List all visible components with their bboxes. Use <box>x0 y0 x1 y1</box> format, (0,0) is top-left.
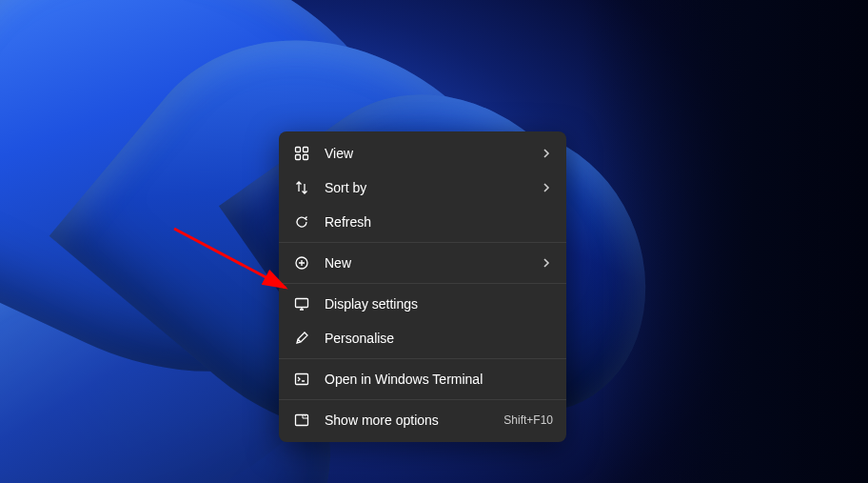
display-icon <box>292 294 311 313</box>
new-icon <box>292 253 311 272</box>
terminal-icon <box>292 370 311 389</box>
menu-item-label: Sort by <box>325 180 540 195</box>
menu-item-label: Open in Windows Terminal <box>325 372 553 387</box>
chevron-right-icon <box>540 147 553 160</box>
svg-rect-2 <box>296 155 301 160</box>
menu-item-show-more-options[interactable]: Show more options Shift+F10 <box>279 403 566 437</box>
desktop-context-menu: View Sort by Refresh New Disp <box>279 131 566 442</box>
menu-item-shortcut: Shift+F10 <box>503 413 553 427</box>
chevron-right-icon <box>540 181 553 194</box>
menu-item-view[interactable]: View <box>279 136 566 171</box>
svg-rect-0 <box>296 148 301 152</box>
show-more-icon <box>292 411 311 430</box>
menu-item-new[interactable]: New <box>279 246 566 280</box>
svg-rect-5 <box>296 299 308 308</box>
sort-icon <box>292 178 311 197</box>
menu-separator <box>279 283 566 284</box>
menu-separator <box>279 399 566 400</box>
svg-rect-6 <box>296 374 308 385</box>
menu-item-sort-by[interactable]: Sort by <box>279 171 566 205</box>
menu-item-label: Refresh <box>325 214 553 230</box>
menu-item-refresh[interactable]: Refresh <box>279 205 566 239</box>
menu-item-open-terminal[interactable]: Open in Windows Terminal <box>279 362 566 396</box>
menu-item-personalise[interactable]: Personalise <box>279 321 566 355</box>
menu-separator <box>279 242 566 243</box>
menu-item-display-settings[interactable]: Display settings <box>279 287 566 321</box>
view-icon <box>292 144 311 163</box>
svg-rect-3 <box>304 155 308 160</box>
menu-item-label: Personalise <box>325 331 553 346</box>
menu-separator <box>279 358 566 359</box>
menu-item-label: New <box>325 255 540 271</box>
chevron-right-icon <box>540 256 553 270</box>
refresh-icon <box>292 212 311 231</box>
menu-item-label: Display settings <box>325 296 553 312</box>
personalise-icon <box>292 329 311 348</box>
menu-item-label: View <box>325 146 540 161</box>
svg-rect-1 <box>304 148 308 152</box>
menu-item-label: Show more options <box>325 413 503 428</box>
svg-rect-7 <box>296 415 308 426</box>
